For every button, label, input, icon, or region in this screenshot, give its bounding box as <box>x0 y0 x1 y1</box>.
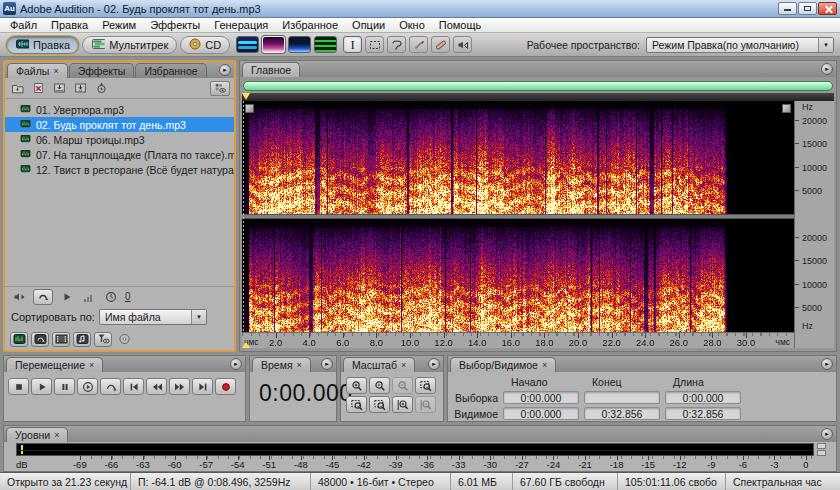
clip-indicator-right[interactable] <box>817 450 826 456</box>
spectral-frequency-display-button[interactable] <box>262 36 285 53</box>
tab-close-icon[interactable]: × <box>542 360 547 370</box>
chevron-down-icon[interactable]: ▼ <box>818 38 833 52</box>
show-audio-files-button[interactable] <box>10 332 28 347</box>
lasso-selection-tool-button[interactable] <box>387 36 406 53</box>
zoom-in-horizontally-button[interactable] <box>346 377 367 394</box>
menu-item-3[interactable]: Режим <box>95 19 143 31</box>
workspace-dropdown[interactable]: Режим Правка(по умолчанию) ▼ <box>646 37 834 53</box>
playhead-line[interactable] <box>243 101 244 332</box>
fast-forward-button[interactable] <box>169 378 190 395</box>
rewind-button[interactable] <box>146 378 167 395</box>
play-button[interactable] <box>31 378 52 395</box>
menu-item-8[interactable]: Окно <box>392 19 432 31</box>
edit-view-button[interactable]: Правка <box>6 36 79 54</box>
spectral-phase-display-button[interactable] <box>314 36 337 53</box>
playhead-marker-bottom[interactable] <box>242 342 250 348</box>
clip-indicator-left[interactable] <box>817 443 826 449</box>
waveform-display-button[interactable] <box>236 36 259 53</box>
loop-preview-button[interactable] <box>33 289 53 305</box>
chevron-down-icon[interactable]: ▼ <box>191 310 206 324</box>
tab-close-icon[interactable]: × <box>54 430 59 440</box>
effects-paintbrush-tool-button[interactable] <box>409 36 428 53</box>
spectrogram-area[interactable] <box>242 101 794 332</box>
marquee-selection-tool-button[interactable] <box>365 36 384 53</box>
time-ruler[interactable]: чмс чмс 2.04.06.08.010.012.014.016.018.0… <box>242 332 794 348</box>
preview-volume-value[interactable]: 0 <box>125 291 131 302</box>
menu-item-6[interactable]: Избранное <box>275 19 345 31</box>
close-button[interactable] <box>818 2 837 15</box>
sort-dropdown[interactable]: Имя файла ▼ <box>99 309 207 325</box>
extract-audio-from-cd-button[interactable] <box>93 81 109 95</box>
go-to-end-button[interactable] <box>192 378 213 395</box>
show-midi-files-button[interactable] <box>73 332 91 347</box>
tab-transport[interactable]: Перемещение × <box>6 357 103 372</box>
view-end-field[interactable]: 0:32.856 <box>584 407 660 420</box>
preview-duration-button[interactable] <box>103 290 119 304</box>
levels-meter[interactable] <box>16 443 814 456</box>
list-item[interactable]: 07. На танцплощадке (Плата по таксе).mp3 <box>5 147 234 162</box>
tab-levels[interactable]: Уровни × <box>6 427 68 442</box>
zoom-out-horizontally-button[interactable] <box>369 377 390 394</box>
tab-close-icon[interactable]: × <box>297 360 302 370</box>
auto-play-button[interactable] <box>11 290 27 304</box>
show-loop-files-button[interactable] <box>31 332 49 347</box>
tab-close-icon[interactable]: × <box>401 360 406 370</box>
spectrogram-canvas[interactable] <box>242 101 794 332</box>
zoom-to-selection-button[interactable] <box>415 377 436 394</box>
zoom-out-vertically-button[interactable] <box>415 396 436 413</box>
go-to-beginning-button[interactable] <box>123 378 144 395</box>
list-item[interactable]: 12. Твист в ресторане (Всё будет натурал… <box>5 162 234 177</box>
play-looped-button[interactable] <box>100 378 121 395</box>
tab-zoom[interactable]: Масштаб × <box>343 357 415 372</box>
stop-button[interactable] <box>8 378 29 395</box>
corner-handle-icon[interactable] <box>245 104 254 113</box>
close-files-button[interactable] <box>30 81 46 95</box>
preview-volume-button[interactable] <box>81 290 97 304</box>
panel-menu-icon[interactable]: ► <box>321 358 333 370</box>
panel-menu-icon[interactable]: ► <box>821 358 833 370</box>
show-video-files-button[interactable] <box>52 332 70 347</box>
zoom-in-vertically-button[interactable] <box>392 396 413 413</box>
selection-length-field[interactable]: 0:00.000 <box>665 391 741 404</box>
menu-item-1[interactable]: Файл <box>3 19 44 31</box>
tab-close-icon[interactable]: × <box>53 66 58 76</box>
zoom-in-to-left-edge-of-selection-button[interactable] <box>346 396 367 413</box>
selection-start-field[interactable]: 0:00.000 <box>503 391 579 404</box>
tab-main[interactable]: Главное <box>242 62 300 77</box>
frequency-ruler[interactable]: HzHz200001500010000500020000150001000050… <box>794 101 834 348</box>
playhead-marker-top[interactable] <box>242 93 250 100</box>
menu-item-2[interactable]: Правка <box>44 19 95 31</box>
play-preview-button[interactable] <box>59 290 75 304</box>
tab-time[interactable]: Время × <box>252 357 311 372</box>
panel-menu-icon[interactable]: ► <box>428 358 440 370</box>
list-item[interactable]: 01. Увертюра.mp3 <box>5 102 234 117</box>
menu-item-5[interactable]: Генерация <box>207 19 275 31</box>
tab-effects[interactable]: Эффекты <box>69 63 135 78</box>
db-ruler[interactable]: dB -69-66-63-60-57-54-51-48-45-42-39-36-… <box>16 456 814 470</box>
spectral-pan-display-button[interactable] <box>288 36 311 53</box>
marker-strip[interactable] <box>242 93 834 101</box>
title-bar[interactable]: Au Adobe Audition - 02. Будь проклят тот… <box>0 0 840 18</box>
insert-into-cd-list-button[interactable] <box>72 81 88 95</box>
menu-item-9[interactable]: Помощь <box>432 19 489 31</box>
tab-selection[interactable]: Выбор/Видимое × <box>450 357 556 372</box>
insert-into-multitrack-button[interactable] <box>51 81 67 95</box>
tab-files[interactable]: Файлы × <box>7 63 68 78</box>
play-from-cursor-button[interactable] <box>77 378 98 395</box>
time-selection-tool-button[interactable]: I <box>343 36 362 53</box>
tab-close-icon[interactable]: × <box>89 360 94 370</box>
cd-view-button[interactable] <box>115 332 133 347</box>
corner-handle-icon[interactable] <box>782 104 791 113</box>
tab-favorites[interactable]: Избранное <box>135 63 206 78</box>
panel-menu-icon[interactable]: ► <box>219 64 231 76</box>
list-item[interactable]: 02. Будь проклят тот день.mp3 <box>5 117 234 132</box>
pause-button[interactable] <box>54 378 75 395</box>
advanced-options-button[interactable] <box>210 81 230 96</box>
panel-menu-icon[interactable]: ► <box>821 63 833 75</box>
maximize-button[interactable] <box>798 2 817 15</box>
zoom-out-full-button[interactable] <box>392 377 413 394</box>
panel-menu-icon[interactable]: ► <box>230 358 242 370</box>
import-file-button[interactable] <box>9 81 25 95</box>
menu-item-7[interactable]: Опции <box>345 19 392 31</box>
cd-view-button[interactable]: CD <box>180 36 230 54</box>
